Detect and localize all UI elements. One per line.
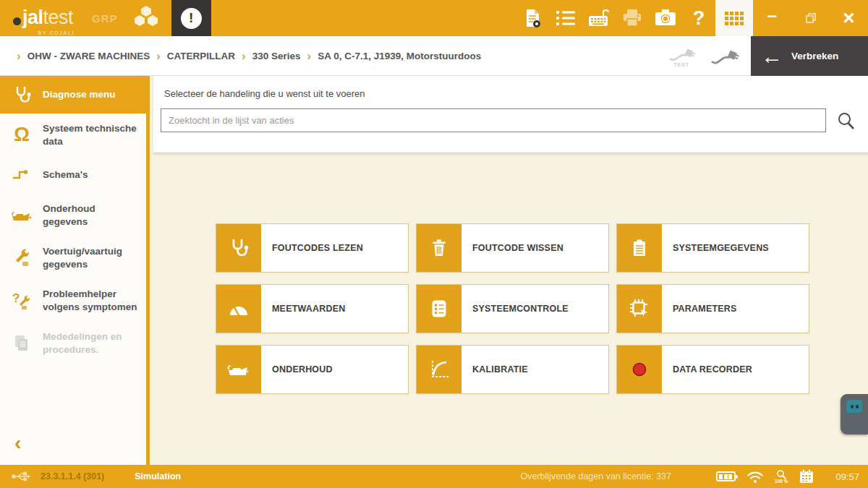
chevron-right-icon: › — [242, 50, 246, 62]
svg-text:?: ? — [12, 291, 20, 305]
toolbar-icons: ? – × — [516, 0, 868, 36]
tile-parameters[interactable]: PARAMETERS — [616, 284, 809, 333]
jaltest-logo: jal test BY COJALI — [13, 7, 73, 29]
gauge-icon — [216, 285, 261, 333]
chevron-right-icon: › — [156, 50, 161, 62]
breadcrumb-model[interactable]: 330 Series — [252, 51, 301, 61]
sidebar-item-onderhoud-gegevens[interactable]: Onderhoud gegevens — [0, 194, 146, 236]
status-bar: 23.3.1.1.4 (301) Simulation Overblijvend… — [0, 465, 868, 488]
disconnect-button[interactable]: ← Verbreken — [751, 36, 868, 76]
breadcrumb-category[interactable]: OHW - ZWARE MACHINES — [27, 51, 150, 61]
search-input[interactable] — [161, 108, 826, 132]
sidebar-item-diagnose-menu[interactable]: Diagnose menu — [0, 76, 146, 114]
support-icon — [846, 400, 862, 413]
apps-grid-button[interactable] — [715, 0, 753, 36]
logo-text-test: test — [43, 7, 74, 29]
window-controls: – × — [753, 0, 868, 36]
restore-icon — [806, 13, 816, 23]
back-arrow-icon: ← — [761, 46, 783, 67]
restore-button[interactable] — [791, 0, 830, 36]
clipboard-icon — [617, 224, 662, 272]
sidebar-item-systeem-technische-data[interactable]: Ω Systeem technische data — [0, 114, 146, 156]
clock-label: 09:57 — [835, 471, 859, 482]
simulation-mode-label: Simulation — [135, 471, 181, 481]
tile-foutcode-wissen[interactable]: FOUTCODE WISSEN — [416, 223, 609, 273]
keyboard-icon[interactable] — [582, 0, 616, 36]
device-connector-icon[interactable] — [709, 46, 739, 67]
record-icon — [617, 346, 662, 393]
print-icon[interactable] — [616, 0, 649, 36]
trash-icon — [417, 224, 461, 272]
wiring-diagram-icon — [9, 167, 35, 183]
omega-icon: Ω — [9, 125, 35, 145]
grid-dots-icon — [725, 12, 744, 25]
tile-meetwaarden[interactable]: MEETWAARDEN — [216, 284, 409, 333]
logo-dot-icon — [13, 17, 21, 25]
tile-data-recorder[interactable]: DATA RECORDER — [616, 345, 809, 394]
tile-onderhoud[interactable]: ONDERHOUD — [216, 345, 409, 394]
usb-icon — [12, 471, 30, 482]
connection-status-icons: TEST — [667, 36, 739, 76]
chip-icon — [617, 285, 662, 333]
tile-kalibratie[interactable]: KALIBRATIE — [416, 345, 609, 394]
status-icons: 100 % 09:57 — [716, 468, 859, 484]
oil-can-icon — [216, 346, 261, 393]
logo-text-jal: jal — [22, 7, 43, 29]
calendar-icon[interactable] — [799, 468, 814, 484]
sidebar-item-mededelingen: Mededelingen en procedures. — [0, 322, 146, 364]
calibration-curve-icon — [417, 346, 461, 393]
screenshot-camera-icon[interactable] — [649, 0, 682, 36]
report-viewer-icon[interactable] — [516, 0, 549, 36]
zoom-level-control[interactable]: 100 % — [775, 469, 788, 484]
oil-can-icon — [9, 207, 35, 223]
grp-label: GRP — [92, 12, 118, 25]
battery-icon — [716, 471, 736, 481]
action-select-panel: Selecteer de handeling die u wenst uit t… — [153, 76, 868, 153]
logo-byline: BY COJALI — [38, 30, 75, 35]
stethoscope-icon — [9, 85, 35, 105]
modules-cubes-icon[interactable] — [132, 4, 160, 32]
test-connector-icon[interactable]: TEST — [667, 44, 696, 68]
notifications-button[interactable]: ! — [171, 0, 211, 36]
exclamation-icon: ! — [181, 8, 202, 29]
search-icon[interactable] — [836, 111, 856, 131]
list-icon[interactable] — [549, 0, 582, 36]
close-button[interactable]: × — [830, 0, 868, 36]
main-content: Selecteer de handeling die u wenst uit t… — [153, 76, 868, 465]
tile-systeemgegevens[interactable]: SYSTEEMGEGEVENS — [616, 223, 809, 273]
collapse-sidebar-button[interactable]: ‹ — [14, 433, 21, 453]
sidebar: Diagnose menu Ω Systeem technische data … — [0, 76, 150, 465]
checklist-icon — [417, 285, 461, 333]
minimize-button[interactable]: – — [753, 0, 791, 36]
chevron-right-icon: › — [307, 50, 312, 62]
breadcrumb: › OHW - ZWARE MACHINES › CATERPILLAR › 3… — [0, 36, 868, 76]
documents-icon — [9, 334, 35, 353]
help-icon[interactable]: ? — [682, 0, 715, 36]
chevron-right-icon: › — [17, 50, 21, 62]
wrench-icon — [9, 249, 35, 267]
license-days-label: Overblijvende dagen van licentie: 337 — [521, 471, 671, 481]
symptom-helper-icon: ? — [9, 291, 35, 310]
sidebar-item-voertuig-vaartuig-gegevens[interactable]: Voertuig/vaartuig gegevens — [0, 236, 146, 279]
breadcrumb-brand[interactable]: CATERPILLAR — [167, 51, 235, 61]
version-label: 23.3.1.1.4 (301) — [41, 471, 104, 481]
page-title: Selecteer de handeling die u wenst uit t… — [164, 88, 868, 99]
action-tiles-grid: FOUTCODES LEZEN FOUTCODE WISSEN — [216, 223, 809, 394]
sidebar-item-schemas[interactable]: Schema's — [0, 156, 146, 194]
top-bar: jal test BY COJALI GRP ! — [0, 0, 868, 36]
stethoscope-icon — [216, 224, 261, 272]
wifi-icon[interactable] — [746, 470, 764, 484]
support-widget[interactable] — [841, 394, 868, 435]
sidebar-item-probleemhelper[interactable]: ? Probleemhelper volgens symptomen — [0, 279, 146, 322]
breadcrumb-system[interactable]: SA 0, C-7.1, J1939, Motorstuurdoos — [318, 51, 481, 61]
search-bar — [161, 108, 859, 132]
tile-systeemcontrole[interactable]: SYSTEEMCONTROLE — [416, 284, 609, 333]
tile-foutcodes-lezen[interactable]: FOUTCODES LEZEN — [216, 223, 409, 273]
